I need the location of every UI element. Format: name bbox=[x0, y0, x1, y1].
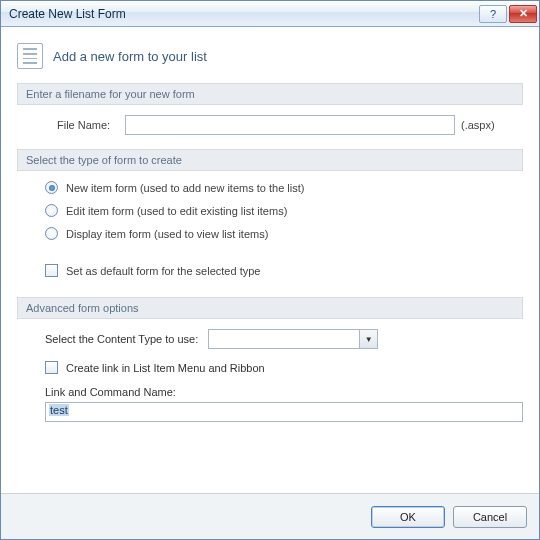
filename-heading: Enter a filename for your new form bbox=[17, 83, 523, 105]
advanced-heading: Advanced form options bbox=[17, 297, 523, 319]
radio-new-item-form[interactable]: New item form (used to add new items to … bbox=[45, 181, 523, 194]
form-type-section: Select the type of form to create New it… bbox=[17, 149, 523, 277]
filename-input[interactable] bbox=[125, 115, 455, 135]
radio-label: Edit item form (used to edit existing li… bbox=[66, 205, 287, 217]
form-type-heading: Select the type of form to create bbox=[17, 149, 523, 171]
content-type-value bbox=[209, 330, 359, 348]
cancel-label: Cancel bbox=[473, 511, 507, 523]
ok-label: OK bbox=[400, 511, 416, 523]
close-icon: ✕ bbox=[519, 7, 528, 20]
radio-label: Display item form (used to view list ite… bbox=[66, 228, 268, 240]
dialog-footer: OK Cancel bbox=[1, 493, 539, 539]
dialog-content: Add a new form to your list Enter a file… bbox=[1, 27, 539, 493]
content-type-label: Select the Content Type to use: bbox=[45, 333, 198, 345]
filename-section: Enter a filename for your new form File … bbox=[17, 83, 523, 135]
filename-label: File Name: bbox=[57, 119, 125, 131]
radio-icon bbox=[45, 204, 58, 217]
dialog-subtitle: Add a new form to your list bbox=[53, 49, 207, 64]
window-title: Create New List Form bbox=[9, 7, 477, 21]
checkbox-set-default[interactable]: Set as default form for the selected typ… bbox=[45, 264, 523, 277]
checkbox-icon bbox=[45, 361, 58, 374]
help-icon: ? bbox=[490, 8, 496, 20]
radio-icon bbox=[45, 227, 58, 240]
filename-suffix: (.aspx) bbox=[461, 119, 495, 131]
titlebar: Create New List Form ? ✕ bbox=[1, 1, 539, 27]
help-button[interactable]: ? bbox=[479, 5, 507, 23]
dialog-window: Create New List Form ? ✕ Add a new form … bbox=[0, 0, 540, 540]
checkbox-icon bbox=[45, 264, 58, 277]
radio-label: New item form (used to add new items to … bbox=[66, 182, 304, 194]
content-type-combo[interactable]: ▼ bbox=[208, 329, 378, 349]
link-name-label: Link and Command Name: bbox=[45, 386, 176, 398]
radio-edit-item-form[interactable]: Edit item form (used to edit existing li… bbox=[45, 204, 523, 217]
chevron-down-icon: ▼ bbox=[359, 330, 377, 348]
radio-icon bbox=[45, 181, 58, 194]
ok-button[interactable]: OK bbox=[371, 506, 445, 528]
checkbox-create-link[interactable]: Create link in List Item Menu and Ribbon bbox=[66, 362, 265, 374]
form-icon bbox=[17, 43, 43, 69]
cancel-button[interactable]: Cancel bbox=[453, 506, 527, 528]
radio-display-item-form[interactable]: Display item form (used to view list ite… bbox=[45, 227, 523, 240]
dialog-header: Add a new form to your list bbox=[17, 43, 523, 69]
checkbox-label: Set as default form for the selected typ… bbox=[66, 265, 260, 277]
link-name-input[interactable]: test bbox=[45, 402, 523, 422]
close-button[interactable]: ✕ bbox=[509, 5, 537, 23]
advanced-section: Advanced form options Select the Content… bbox=[17, 297, 523, 422]
link-name-value: test bbox=[49, 404, 69, 416]
